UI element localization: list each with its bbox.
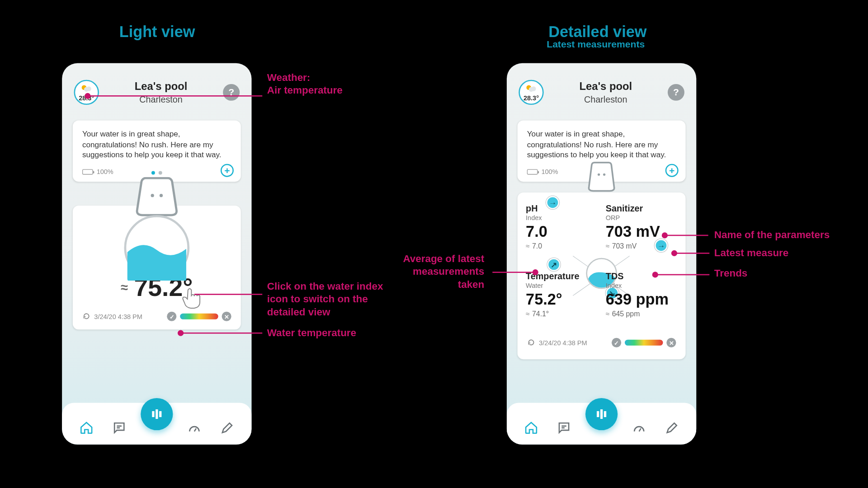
metric-san-value: 703 mV xyxy=(606,223,677,241)
bottom-nav xyxy=(507,403,696,444)
nav-center-fab[interactable] xyxy=(585,398,618,430)
metric-ph-label: pH xyxy=(526,203,597,213)
callout-water-temp: Water temperature xyxy=(267,327,356,339)
callout-line xyxy=(656,274,710,276)
svg-rect-8 xyxy=(159,411,161,417)
metric-san-label: Sanitizer xyxy=(606,203,677,213)
metric-tds[interactable]: TDS Index 639 ppm ≈645 ppm xyxy=(606,272,677,319)
svg-point-3 xyxy=(151,194,154,197)
spectrum-ok-icon: ✓ xyxy=(612,338,621,347)
svg-rect-15 xyxy=(600,409,603,419)
callout-line xyxy=(492,272,533,273)
header: 28.3° Lea's pool Charleston ? xyxy=(62,63,251,113)
pencil-icon xyxy=(665,421,679,435)
metric-ph-value: 7.0 xyxy=(526,223,597,241)
sun-cloud-icon xyxy=(524,84,538,92)
chat-icon xyxy=(557,421,571,435)
nav-chat[interactable] xyxy=(553,417,574,438)
status-card: Your water is in great shape, congratula… xyxy=(73,120,241,182)
title-detailed-view: Detailed view xyxy=(548,23,646,41)
metric-temp-value: 75.2° xyxy=(526,291,597,309)
status-message: Your water is in great shape, congratula… xyxy=(82,129,231,160)
battery-icon xyxy=(527,169,538,174)
svg-point-11 xyxy=(529,87,534,92)
callout-line xyxy=(194,294,262,295)
svg-rect-16 xyxy=(604,411,606,417)
help-button[interactable]: ? xyxy=(223,84,240,101)
callout-trends: Trends xyxy=(714,267,748,280)
spectrum-bad-icon: ✕ xyxy=(666,338,676,347)
svg-rect-14 xyxy=(597,411,599,417)
metric-ph[interactable]: pH Index 7.0 ≈7.0 xyxy=(526,203,597,250)
pager-dots[interactable] xyxy=(151,171,162,175)
approx-icon: ≈ xyxy=(121,280,128,296)
bars-icon xyxy=(594,406,609,422)
home-icon xyxy=(80,421,94,435)
sensor-icon xyxy=(582,162,620,205)
weather-badge[interactable]: 28.3° xyxy=(519,80,543,105)
battery-icon xyxy=(82,169,93,174)
spectrum-ok-icon: ✓ xyxy=(167,312,176,321)
callout-line xyxy=(88,95,262,97)
metric-temp-sub: Water xyxy=(526,282,597,289)
timestamp: 3/24/20 4:38 PM xyxy=(539,339,587,347)
help-button[interactable]: ? xyxy=(668,84,684,101)
metric-san-avg: 703 mV xyxy=(612,242,637,250)
callout-dot xyxy=(533,269,538,275)
hand-cursor-icon xyxy=(180,287,203,310)
nav-home[interactable] xyxy=(520,417,542,438)
spectrum-bar xyxy=(625,340,663,346)
refresh-icon[interactable] xyxy=(527,339,535,347)
gauge-icon xyxy=(188,421,202,435)
weather-badge[interactable]: 28.3° xyxy=(74,80,99,105)
battery-percent: 100% xyxy=(541,167,558,176)
svg-point-2 xyxy=(84,87,89,92)
svg-rect-7 xyxy=(156,409,158,419)
nav-home[interactable] xyxy=(76,417,97,438)
bars-icon xyxy=(149,406,165,422)
svg-point-12 xyxy=(598,174,600,176)
metric-ph-sub: Index xyxy=(526,214,597,221)
detail-card: → → ↗ ↘ pH Index 7.0 ≈7.0 Sanitizer ORP … xyxy=(518,193,686,360)
status-message: Your water is in great shape, congratula… xyxy=(527,129,676,160)
metric-tds-label: TDS xyxy=(606,272,677,282)
metric-tds-sub: Index xyxy=(606,282,677,289)
subtitle-latest-measurements: Latest measurements xyxy=(547,39,645,50)
callout-latest: Latest measure xyxy=(714,247,788,259)
add-button[interactable]: + xyxy=(665,164,679,177)
nav-edit[interactable] xyxy=(661,417,682,438)
nav-center-fab[interactable] xyxy=(141,398,173,430)
header: 28.3° Lea's pool Charleston ? xyxy=(507,63,696,113)
gauge-icon xyxy=(632,421,646,435)
card-footer: 3/24/20 4:38 PM ✓ ✕ xyxy=(82,312,231,321)
metric-tds-avg: 645 ppm xyxy=(612,310,640,318)
water-index-card[interactable]: ≈ 75.2° 3/24/20 4:38 PM ✓ ✕ xyxy=(73,206,241,330)
nav-chat[interactable] xyxy=(108,417,129,438)
svg-rect-6 xyxy=(152,411,154,417)
svg-point-4 xyxy=(160,194,163,197)
metric-temp-avg: 74.1° xyxy=(532,310,549,318)
nav-edit[interactable] xyxy=(216,417,237,438)
metric-tds-value: 639 ppm xyxy=(606,291,677,309)
callout-weather: Weather: Air temperature xyxy=(267,71,343,97)
pool-name: Lea's pool xyxy=(135,80,187,93)
nav-gauge[interactable] xyxy=(628,417,650,438)
pool-title-block: Lea's pool Charleston xyxy=(135,80,187,104)
add-button[interactable]: + xyxy=(221,164,234,177)
chat-icon xyxy=(112,421,126,435)
nav-gauge[interactable] xyxy=(184,417,205,438)
svg-point-13 xyxy=(603,174,605,176)
phone-light: 28.3° Lea's pool Charleston ? Your water… xyxy=(62,63,251,445)
spectrum-bar xyxy=(180,314,218,319)
pool-name: Lea's pool xyxy=(580,80,632,93)
metric-ph-avg: 7.0 xyxy=(532,242,542,250)
refresh-icon[interactable] xyxy=(82,313,90,321)
callout-param-name: Name of the parameters xyxy=(714,229,830,241)
pencil-icon xyxy=(220,421,234,435)
title-light-view: Light view xyxy=(119,23,195,41)
trend-temperature-icon: ↗ xyxy=(547,258,561,272)
pool-title-block: Lea's pool Charleston xyxy=(580,80,632,104)
metric-sanitizer[interactable]: Sanitizer ORP 703 mV ≈703 mV xyxy=(606,203,677,250)
callout-line xyxy=(181,333,262,334)
metric-temperature[interactable]: Temperature Water 75.2° ≈74.1° xyxy=(526,272,597,319)
